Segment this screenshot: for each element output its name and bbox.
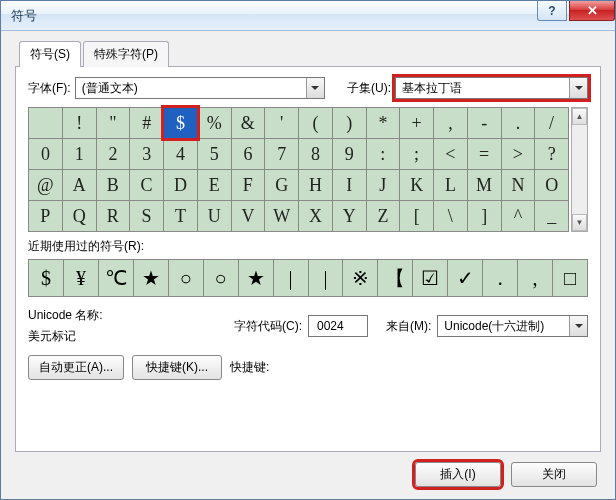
recent-symbol-cell[interactable]: ※ [343, 260, 377, 296]
symbol-cell[interactable]: X [299, 201, 332, 231]
symbol-cell[interactable]: Q [63, 201, 96, 231]
symbol-cell[interactable]: ! [63, 108, 96, 138]
symbol-cell[interactable]: - [468, 108, 501, 138]
font-dropdown[interactable]: (普通文本) [75, 77, 325, 99]
symbol-cell[interactable]: < [434, 139, 467, 169]
recent-symbol-cell[interactable]: $ [29, 260, 63, 296]
symbol-cell[interactable]: F [232, 170, 265, 200]
symbol-cell[interactable]: _ [535, 201, 568, 231]
symbol-cell[interactable]: + [400, 108, 433, 138]
recent-symbol-cell[interactable]: ★ [134, 260, 168, 296]
from-dropdown[interactable]: Unicode(十六进制) [437, 315, 588, 337]
symbol-cell[interactable]: T [164, 201, 197, 231]
symbol-cell[interactable]: J [367, 170, 400, 200]
symbol-cell[interactable]: $ [164, 108, 197, 138]
symbol-cell[interactable]: 1 [63, 139, 96, 169]
symbol-cell[interactable]: 6 [232, 139, 265, 169]
symbol-cell[interactable]: D [164, 170, 197, 200]
scroll-up-button[interactable]: ▲ [572, 108, 587, 125]
tab-special-chars[interactable]: 特殊字符(P) [83, 41, 169, 67]
symbol-cell[interactable]: / [535, 108, 568, 138]
recent-symbol-cell[interactable]: ✓ [448, 260, 482, 296]
symbol-cell[interactable]: ] [468, 201, 501, 231]
symbol-cell[interactable]: S [130, 201, 163, 231]
symbol-cell[interactable]: 4 [164, 139, 197, 169]
symbol-cell[interactable]: R [97, 201, 130, 231]
recent-symbol-cell[interactable]: | [309, 260, 343, 296]
shortcutkey-button[interactable]: 快捷键(K)... [132, 355, 222, 380]
symbol-cell[interactable]: ^ [502, 201, 535, 231]
symbol-cell[interactable]: 5 [198, 139, 231, 169]
symbol-cell[interactable]: \ [434, 201, 467, 231]
symbol-cell[interactable]: K [400, 170, 433, 200]
close-button[interactable]: 关闭 [511, 462, 597, 487]
symbol-cell[interactable]: O [535, 170, 568, 200]
symbol-cell[interactable]: ' [265, 108, 298, 138]
recent-symbol-cell[interactable]: . [483, 260, 517, 296]
symbol-cell[interactable]: ? [535, 139, 568, 169]
symbol-cell[interactable]: ; [400, 139, 433, 169]
symbol-cell[interactable]: 7 [265, 139, 298, 169]
symbol-cell[interactable]: 2 [97, 139, 130, 169]
recent-symbol-cell[interactable]: 【 [378, 260, 412, 296]
recent-symbol-cell[interactable]: ℃ [99, 260, 133, 296]
symbol-cell[interactable]: U [198, 201, 231, 231]
symbol-cell[interactable]: > [502, 139, 535, 169]
symbol-cell[interactable]: 8 [299, 139, 332, 169]
symbol-cell[interactable]: A [63, 170, 96, 200]
autocorrect-button[interactable]: 自动更正(A)... [28, 355, 124, 380]
symbol-cell[interactable]: P [29, 201, 62, 231]
recent-symbol-cell[interactable]: □ [553, 260, 587, 296]
chevron-down-icon[interactable] [569, 78, 587, 98]
chevron-down-icon[interactable] [306, 78, 324, 98]
symbol-cell[interactable]: . [502, 108, 535, 138]
symbol-cell[interactable]: = [468, 139, 501, 169]
symbol-cell[interactable]: 9 [333, 139, 366, 169]
symbol-cell[interactable]: # [130, 108, 163, 138]
symbol-cell[interactable]: G [265, 170, 298, 200]
symbol-cell[interactable]: ( [299, 108, 332, 138]
symbol-cell[interactable]: C [130, 170, 163, 200]
chevron-down-icon[interactable] [569, 316, 587, 336]
symbol-cell[interactable]: Y [333, 201, 366, 231]
symbol-cell[interactable]: M [468, 170, 501, 200]
symbol-cell[interactable]: , [434, 108, 467, 138]
tab-symbols[interactable]: 符号(S) [19, 41, 81, 67]
help-button[interactable]: ? [537, 1, 567, 21]
symbol-cell[interactable]: @ [29, 170, 62, 200]
symbol-cell[interactable]: I [333, 170, 366, 200]
symbol-cell[interactable]: 0 [29, 139, 62, 169]
symbol-cell[interactable]: B [97, 170, 130, 200]
subset-dropdown[interactable]: 基本拉丁语 [395, 77, 588, 99]
scroll-track[interactable] [572, 125, 587, 214]
symbol-cell[interactable]: [ [400, 201, 433, 231]
scroll-down-button[interactable]: ▼ [572, 214, 587, 231]
recent-symbol-cell[interactable]: ★ [239, 260, 273, 296]
grid-scrollbar[interactable]: ▲ ▼ [571, 107, 588, 232]
close-window-button[interactable]: ✕ [569, 1, 615, 21]
recent-symbol-cell[interactable]: ¥ [64, 260, 98, 296]
recent-symbol-cell[interactable]: , [518, 260, 552, 296]
titlebar[interactable]: 符号 ? ✕ [1, 1, 615, 31]
recent-symbol-cell[interactable]: ○ [204, 260, 238, 296]
charcode-input[interactable]: 0024 [308, 315, 368, 337]
recent-symbol-cell[interactable]: | [274, 260, 308, 296]
symbol-cell[interactable] [29, 108, 62, 138]
symbol-cell[interactable]: 3 [130, 139, 163, 169]
recent-symbol-cell[interactable]: ☑ [413, 260, 447, 296]
symbol-cell[interactable]: W [265, 201, 298, 231]
symbol-cell[interactable]: " [97, 108, 130, 138]
symbol-cell[interactable]: H [299, 170, 332, 200]
recent-symbol-cell[interactable]: ○ [169, 260, 203, 296]
symbol-cell[interactable]: * [367, 108, 400, 138]
symbol-cell[interactable]: N [502, 170, 535, 200]
symbol-cell[interactable]: % [198, 108, 231, 138]
symbol-cell[interactable]: ) [333, 108, 366, 138]
symbol-cell[interactable]: E [198, 170, 231, 200]
symbol-cell[interactable]: Z [367, 201, 400, 231]
insert-button[interactable]: 插入(I) [415, 462, 501, 487]
symbol-cell[interactable]: L [434, 170, 467, 200]
symbol-cell[interactable]: & [232, 108, 265, 138]
symbol-cell[interactable]: V [232, 201, 265, 231]
symbol-cell[interactable]: : [367, 139, 400, 169]
